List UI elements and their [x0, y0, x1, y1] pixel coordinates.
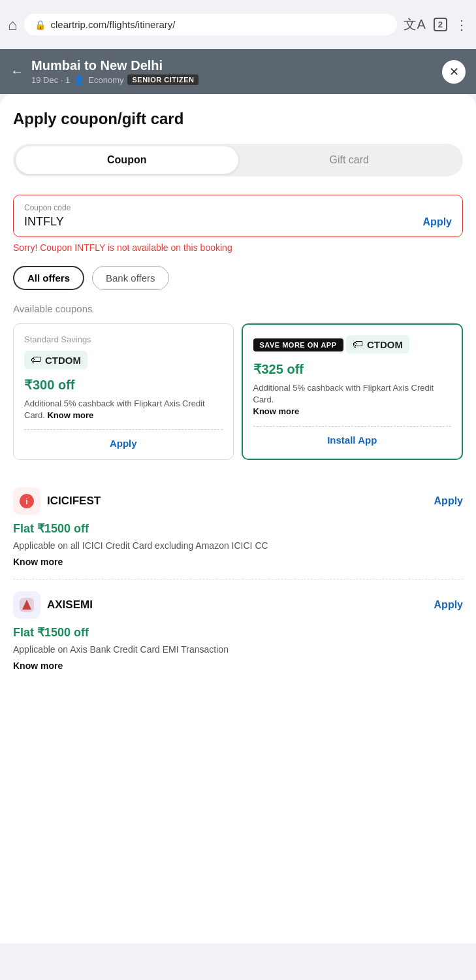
sheet-title: Apply coupon/gift card [13, 110, 463, 128]
menu-icon[interactable]: ⋮ [455, 17, 468, 33]
flight-date: 19 Dec · 1 [31, 75, 70, 85]
lock-icon: 🔒 [35, 20, 46, 30]
axis-know-more[interactable]: Know more [13, 661, 463, 671]
senior-badge: SENIOR CITIZEN [127, 74, 198, 85]
flight-class: Economy [88, 75, 123, 85]
url-bar[interactable]: 🔒 cleartrip.com/flights/itinerary/ [24, 14, 398, 35]
browser-actions: 文A 2 ⋮ [404, 16, 468, 33]
home-icon[interactable]: ⌂ [8, 16, 18, 34]
icici-discount: Flat ₹1500 off [13, 521, 463, 536]
tab-coupon[interactable]: Coupon [16, 146, 238, 174]
coupon-input[interactable] [24, 215, 423, 229]
divider-1 [253, 426, 452, 427]
icici-desc: Applicable on all ICICI Credit Card excl… [13, 540, 463, 553]
available-coupons-label: Available coupons [13, 303, 463, 314]
coupon-input-row: Apply [24, 215, 452, 229]
flight-route: Mumbai to New Delhi [31, 58, 434, 73]
card-apply-button-0[interactable]: Apply [24, 438, 223, 449]
close-button[interactable]: ✕ [442, 60, 466, 84]
coupon-code-text-1: CTDOM [367, 339, 403, 350]
browser-chrome: ⌂ 🔒 cleartrip.com/flights/itinerary/ 文A … [0, 0, 476, 49]
back-button[interactable]: ← [10, 64, 24, 79]
coupon-desc-1: Additional 5% cashback with Flipkart Axi… [253, 382, 452, 418]
offer-code-row-axis: AXISEMI [13, 591, 93, 619]
discount-icon-1: 🏷 [353, 338, 363, 350]
coupon-discount-0: ₹300 off [24, 377, 223, 393]
coupon-card-standard: Standard Savings 🏷 CTDOM ₹300 off Additi… [13, 323, 234, 460]
filter-all-offers[interactable]: All offers [13, 266, 84, 290]
save-more-badge: SAVE MORE ON APP [253, 338, 343, 351]
card-install-button[interactable]: Install App [253, 434, 452, 446]
tab-switcher: Coupon Gift card [13, 144, 463, 176]
offer-item-header-axis: AXISEMI Apply [13, 591, 463, 619]
filter-bank-offers[interactable]: Bank offers [92, 266, 169, 290]
coupon-cards-row: Standard Savings 🏷 CTDOM ₹300 off Additi… [13, 323, 463, 460]
axis-icon-bg [13, 591, 40, 619]
offer-item-icici: i ICICIFEST Apply Flat ₹1500 off Applica… [13, 476, 463, 580]
person-icon: 👤 [74, 75, 84, 85]
discount-icon-0: 🏷 [31, 354, 41, 366]
icici-icon: i [18, 493, 35, 510]
offer-item-header-icici: i ICICIFEST Apply [13, 487, 463, 515]
coupon-badge-1: 🏷 CTDOM [346, 335, 409, 353]
translate-icon[interactable]: 文A [404, 16, 425, 33]
flight-details: 19 Dec · 1 👤 Economy SENIOR CITIZEN [31, 74, 434, 85]
url-text: cleartrip.com/flights/itinerary/ [51, 19, 176, 30]
svg-text:i: i [25, 497, 28, 506]
tab-gift-card[interactable]: Gift card [238, 146, 461, 174]
coupon-code-label: Coupon code [24, 203, 452, 212]
icici-icon-bg: i [13, 487, 40, 515]
coupon-discount-1: ₹325 off [253, 361, 452, 377]
card-sub-label-0: Standard Savings [24, 335, 223, 344]
divider-0 [24, 429, 223, 430]
coupon-badge-0: 🏷 CTDOM [24, 351, 87, 369]
know-more-0[interactable]: Know more [47, 410, 93, 420]
axis-apply-button[interactable]: Apply [434, 599, 463, 611]
tabs-count[interactable]: 2 [434, 18, 447, 31]
app-header: ← Mumbai to New Delhi 19 Dec · 1 👤 Econo… [0, 49, 476, 94]
axis-discount: Flat ₹1500 off [13, 625, 463, 640]
coupon-desc-0: Additional 5% cashback with Flipkart Axi… [24, 398, 223, 421]
coupon-input-wrapper: Coupon code Apply [13, 195, 463, 237]
offer-item-axis: AXISEMI Apply Flat ₹1500 off Applicable … [13, 580, 463, 683]
coupon-card-featured: SAVE MORE ON APP 🏷 CTDOM ₹325 off Additi… [242, 323, 464, 460]
coupon-code-text-0: CTDOM [45, 355, 81, 366]
know-more-1[interactable]: Know more [253, 406, 300, 416]
axis-icon [18, 596, 35, 613]
close-icon: ✕ [449, 65, 459, 79]
coupon-apply-button[interactable]: Apply [423, 216, 452, 228]
main-sheet: Apply coupon/gift card Coupon Gift card … [0, 94, 476, 943]
offers-list: i ICICIFEST Apply Flat ₹1500 off Applica… [13, 476, 463, 682]
header-info: Mumbai to New Delhi 19 Dec · 1 👤 Economy… [31, 58, 434, 85]
error-message: Sorry! Coupon INTFLY is not available on… [13, 242, 463, 253]
icici-apply-button[interactable]: Apply [434, 495, 463, 507]
offer-filters: All offers Bank offers [13, 266, 463, 290]
offer-code-row-icici: i ICICIFEST [13, 487, 101, 515]
icici-know-more[interactable]: Know more [13, 557, 463, 567]
axis-code: AXISEMI [47, 598, 93, 612]
icici-code: ICICIFEST [47, 495, 101, 508]
axis-desc: Applicable on Axis Bank Credit Card EMI … [13, 644, 463, 657]
